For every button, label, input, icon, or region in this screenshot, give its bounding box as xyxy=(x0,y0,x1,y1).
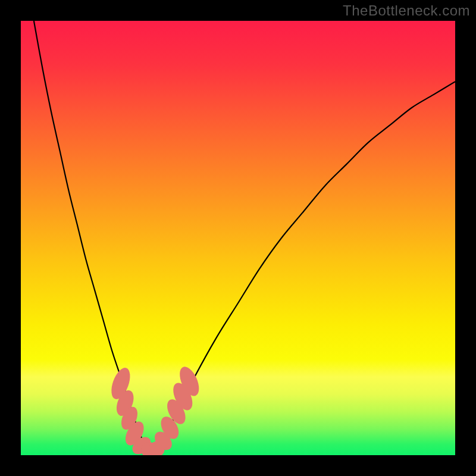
bottleneck-curve xyxy=(34,21,455,455)
chart-frame: TheBottleneck.com xyxy=(0,0,476,476)
plot-area xyxy=(21,21,455,455)
watermark-text: TheBottleneck.com xyxy=(343,2,470,19)
curve-layer xyxy=(21,21,455,455)
marker-group xyxy=(108,364,203,455)
